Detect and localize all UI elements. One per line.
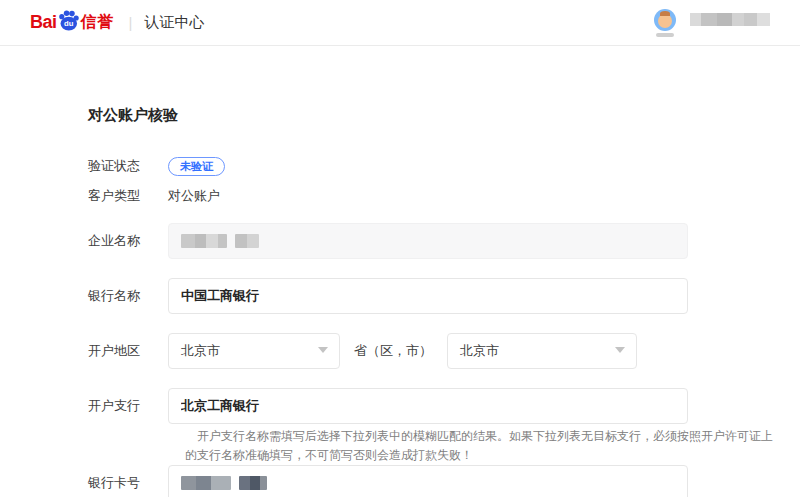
company-name-field xyxy=(168,223,688,259)
province-select[interactable]: 北京市 xyxy=(447,333,637,369)
province-label: 省（区，市） xyxy=(354,342,432,360)
username-redacted[interactable] xyxy=(690,13,770,26)
company-name-label: 企业名称 xyxy=(88,232,168,250)
card-number-redacted xyxy=(181,476,231,490)
customer-type-value: 对公账户 xyxy=(168,187,220,205)
user-avatar-icon xyxy=(654,9,676,31)
form-row-customer-type: 客户类型 对公账户 xyxy=(88,186,220,206)
city-select-value: 北京市 xyxy=(181,342,220,360)
form-row-verify-status: 验证状态 未验证 xyxy=(88,155,225,177)
top-header: Bai du 信誉 | 认证中心 xyxy=(0,0,800,46)
bank-name-input[interactable] xyxy=(168,278,688,314)
main-content: 对公账户核验 验证状态 未验证 客户类型 对公账户 企业名称 银行名称 开户地区… xyxy=(0,46,800,497)
verify-status-label: 验证状态 xyxy=(88,157,168,175)
branch-label: 开户支行 xyxy=(88,397,168,415)
company-name-redacted xyxy=(235,234,259,248)
company-name-redacted xyxy=(181,234,227,248)
chevron-down-icon xyxy=(615,347,625,353)
page-title: 对公账户核验 xyxy=(88,106,178,125)
region-label: 开户地区 xyxy=(88,342,168,360)
form-row-branch: 开户支行 xyxy=(88,388,688,424)
user-area xyxy=(654,9,770,37)
chevron-down-icon xyxy=(318,347,328,353)
card-number-field[interactable] xyxy=(168,465,688,497)
customer-type-label: 客户类型 xyxy=(88,187,168,205)
branch-input[interactable] xyxy=(168,388,688,424)
logo-text-bai: Bai xyxy=(30,12,57,33)
baidu-paw-icon: du xyxy=(57,9,80,32)
card-number-redacted xyxy=(239,476,267,490)
nav-title: 认证中心 xyxy=(144,13,204,32)
form-row-company-name: 企业名称 xyxy=(88,223,688,259)
branch-help-text: 开户支行名称需填写后选择下拉列表中的模糊匹配的结果。如果下拉列表无目标支行，必须… xyxy=(185,427,779,465)
header-divider: | xyxy=(129,14,133,31)
baidu-xinyu-logo[interactable]: Bai du 信誉 xyxy=(30,12,115,33)
bank-name-label: 银行名称 xyxy=(88,287,168,305)
city-select[interactable]: 北京市 xyxy=(168,333,340,369)
logo-text-xinyu: 信誉 xyxy=(81,12,115,33)
card-number-label: 银行卡号 xyxy=(88,474,168,492)
province-select-value: 北京市 xyxy=(460,342,499,360)
user-avatar[interactable] xyxy=(654,9,676,37)
svg-text:du: du xyxy=(64,19,74,28)
form-row-card-number: 银行卡号 xyxy=(88,465,688,497)
status-badge: 未验证 xyxy=(168,157,225,176)
form-row-region: 开户地区 北京市 省（区，市） 北京市 xyxy=(88,333,637,369)
form-row-bank-name: 银行名称 xyxy=(88,278,688,314)
avatar-caption-redacted xyxy=(656,33,674,37)
